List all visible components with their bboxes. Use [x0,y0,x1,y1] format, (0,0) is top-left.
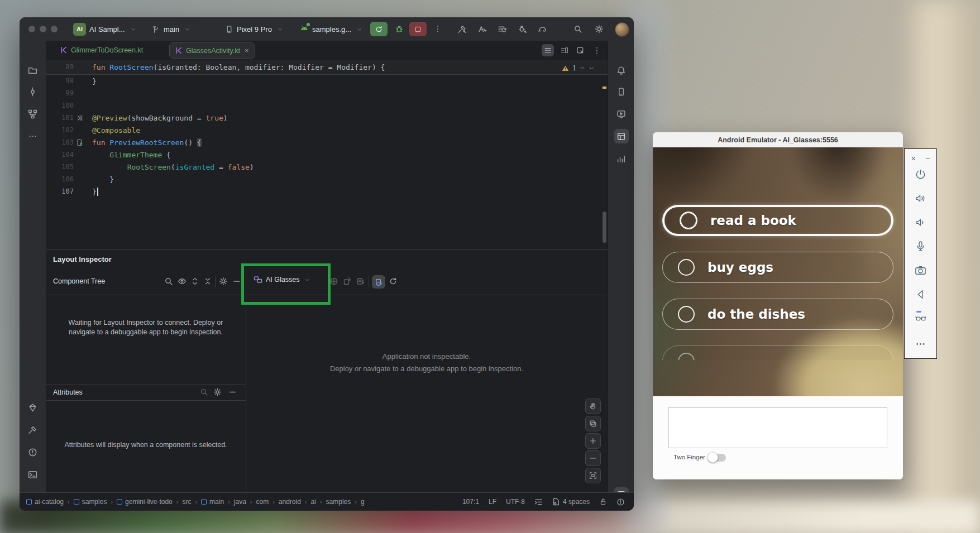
structure-tool-button[interactable] [26,107,40,121]
run-configuration-selector[interactable]: samples.g... [300,17,362,41]
breadcrumb-item[interactable]: main [201,498,224,506]
gradle-sync-icon[interactable] [538,25,547,36]
todo-item[interactable]: do the dishes [662,299,893,330]
minimize-window-button[interactable] [40,26,46,32]
project-selector[interactable]: AI AI Sampl... [73,17,136,41]
search-everywhere-icon[interactable] [573,25,582,35]
zoom-window-button[interactable] [51,26,58,32]
todo-item[interactable] [662,345,893,360]
filter-eye-icon[interactable] [178,277,187,287]
zoom-out-button[interactable] [585,450,601,466]
build-run-icon[interactable] [457,25,467,36]
file-encoding[interactable]: UTF-8 [506,498,525,506]
todo-item[interactable]: read a book [662,205,893,236]
camera-icon[interactable] [914,264,927,277]
caret-position[interactable]: 107:1 [462,498,479,506]
code-line[interactable]: 105 RootScreen(isGranted = false) [46,161,608,173]
notifications-tool-button[interactable] [614,63,629,78]
project-tool-button[interactable] [26,63,40,78]
stop-button[interactable] [409,22,427,36]
pan-mode-button[interactable] [585,398,601,414]
breadcrumb-item[interactable]: samples [74,498,107,506]
todo-item[interactable]: buy eggs [662,252,893,283]
todo-radio-icon[interactable] [678,259,695,276]
resource-manager-tool-button[interactable] [26,400,40,415]
collapse-all-icon[interactable] [204,277,212,287]
touchpad-input-area[interactable] [668,407,887,448]
code-line[interactable]: 102@Composable [46,124,608,136]
device-manager-tool-button[interactable] [614,84,629,99]
emulator-screen[interactable]: read a bookbuy eggsdo the dishes [653,147,903,396]
inspection-status-icon[interactable] [616,498,625,506]
breadcrumb-item[interactable]: samples [326,498,351,506]
indent-size[interactable]: 4 spaces [552,498,590,506]
debug-button[interactable] [390,22,408,36]
breadcrumb-item[interactable]: ai [311,498,316,506]
next-problem-icon[interactable] [589,65,594,71]
zoom-in-button[interactable] [585,433,601,449]
apply-code-changes-icon[interactable] [498,25,507,36]
user-avatar[interactable] [615,22,629,37]
layers-button[interactable] [585,416,601,431]
breadcrumb-item[interactable]: android [279,498,301,506]
breadcrumb-item[interactable]: g [361,498,365,506]
more-tools-button[interactable]: ⋯ [26,129,40,143]
more-toolbar-actions[interactable]: ⋮ [434,24,442,33]
emulator-minimize-icon[interactable]: − [925,154,930,163]
rerun-button[interactable] [370,22,388,36]
apply-changes-icon[interactable] [477,25,487,36]
search-icon[interactable] [200,388,208,398]
emulator-titlebar[interactable]: Android Emulator - AI_Glasses:5556 [653,132,903,147]
two-finger-toggle[interactable] [709,454,726,462]
expand-editor-icon[interactable] [574,44,586,56]
build-tool-button[interactable] [26,422,40,437]
volume-up-icon[interactable] [914,192,927,205]
volume-down-icon[interactable] [914,216,927,229]
back-icon[interactable] [914,288,927,301]
glasses-mode-icon[interactable] [914,312,928,326]
power-icon[interactable] [914,168,927,181]
breadcrumb-item[interactable]: gemini-live-todo [117,498,173,506]
zoom-to-fit-button[interactable] [585,468,601,483]
editor-scrollbar[interactable] [603,212,606,243]
tab-glimmertodoscreen[interactable]: GlimmerToDoScreen.kt [55,42,149,57]
hide-panel-icon[interactable] [232,277,241,287]
tree-settings-gear-icon[interactable] [219,277,228,287]
layout-inspector-tool-button[interactable] [614,129,629,143]
code-line[interactable]: 101@Preview(showBackground = true) [46,112,608,124]
gear-icon[interactable] [213,388,222,398]
more-controls-icon[interactable] [914,338,927,350]
code-line[interactable]: 98} [46,75,608,87]
breadcrumb-item[interactable]: com [256,498,269,506]
annotation-settings-icon[interactable] [77,114,84,122]
code-editor[interactable]: 89 fun RootScreen(isGranted: Boolean, mo… [46,60,608,249]
emulator-close-icon[interactable]: × [911,154,916,163]
mic-icon[interactable] [914,240,927,253]
commit-tool-button[interactable] [26,84,40,99]
code-line[interactable]: 107} [46,185,608,198]
inspections-widget[interactable]: 1 [562,64,594,72]
attach-debugger-icon[interactable] [518,25,527,36]
line-separator[interactable]: LF [489,498,496,506]
prev-problem-icon[interactable] [580,65,585,71]
close-window-button[interactable] [28,26,35,32]
tab-close-icon[interactable]: × [245,46,249,55]
breadcrumb-item[interactable]: java [234,498,246,506]
device-selector[interactable]: Pixel 9 Pro [225,17,283,41]
terminal-tool-button[interactable] [26,467,40,482]
tab-glassesactivity[interactable]: GlassesActivity.kt × [169,42,255,59]
settings-gear-icon[interactable] [595,25,604,35]
code-line[interactable]: 99 [46,87,608,99]
indent-options-icon[interactable] [534,498,543,506]
split-editor-icon[interactable] [558,44,571,56]
todo-radio-icon[interactable] [678,306,695,323]
expand-all-icon[interactable] [191,277,199,287]
breadcrumb-item[interactable]: ai-catalog [26,498,64,506]
todo-radio-icon[interactable] [678,353,695,360]
vcs-branch-selector[interactable]: main [152,17,190,41]
live-updates-toggle[interactable] [372,275,385,289]
running-devices-tool-button[interactable] [614,107,629,121]
breadcrumb-item[interactable]: src [182,498,191,506]
hide-panel-icon[interactable] [228,388,237,398]
code-line[interactable]: 104 GlimmerTheme { [46,148,608,161]
